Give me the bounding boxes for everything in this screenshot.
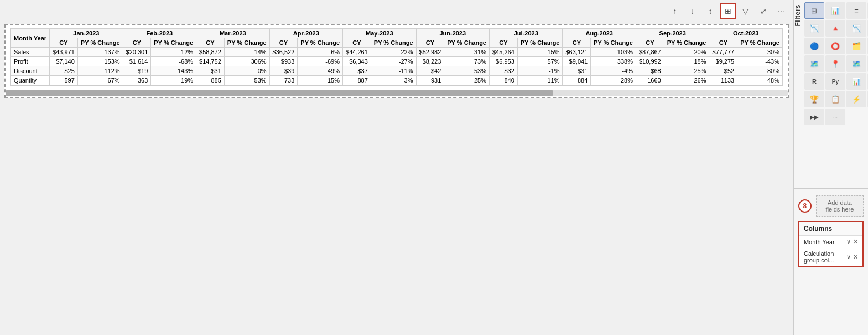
toolbar: 9 ↑ ↓ ↕ ⊞ ▽ ⤢ ···	[0, 0, 793, 22]
icon-row-2: 📉 🔺 📉 📈 📋 📋	[804, 20, 868, 37]
jul-cy-header: CY	[490, 38, 518, 48]
cell-py: 25%	[444, 76, 490, 85]
filters-tab[interactable]: Filters	[794, 0, 802, 188]
goals-icon[interactable]: 🏆	[804, 91, 824, 107]
cell-py: 49%	[298, 66, 343, 76]
row-label: Profit	[11, 57, 50, 66]
more-visuals-icon[interactable]: ···	[825, 109, 845, 125]
calc-group-chevron[interactable]: ∨	[846, 254, 851, 261]
forward-icon[interactable]: ▶▶	[804, 109, 824, 125]
cell-cy: 884	[563, 76, 591, 85]
columns-header: Columns	[799, 222, 862, 236]
toolbar-icons: ↑ ↓ ↕ ⊞ ▽ ⤢ ···	[667, 3, 789, 19]
month-year-remove[interactable]: ✕	[853, 238, 858, 245]
cell-cy: $32	[490, 66, 518, 76]
cell-py: 26%	[664, 76, 709, 85]
step-8-badge: 8	[798, 199, 812, 213]
data-table-container[interactable]: Month Year Jan-2023 Feb-2023 Mar-2023 Ap…	[10, 28, 783, 86]
cell-cy: $36,522	[269, 48, 298, 57]
data-table: Month Year Jan-2023 Feb-2023 Mar-2023 Ap…	[11, 28, 783, 85]
cell-py: -12%	[151, 48, 196, 57]
filter-button[interactable]: ▽	[738, 3, 753, 19]
jul-2023-header: Jul-2023	[490, 29, 563, 38]
cell-cy: $6,953	[490, 57, 518, 66]
jun-py-header: PY % Change	[444, 38, 490, 48]
map-icon[interactable]: 🗺️	[804, 55, 824, 72]
python-visual-icon[interactable]: Py	[825, 73, 845, 90]
key-influencers-icon[interactable]: 📊	[846, 73, 866, 90]
cell-py: 143%	[151, 66, 196, 76]
sort-desc-button[interactable]: ↓	[685, 3, 700, 19]
expand-button[interactable]: ⊞	[720, 3, 736, 19]
table-row: Profit$7,140153%$1,614-68%$14,752306%$93…	[11, 57, 783, 66]
power-apps-icon[interactable]: ⚡	[846, 91, 866, 107]
cell-py: 20%	[664, 48, 709, 57]
icon-row-1: ⊞ 📊 ≡ 📊 📊 📋	[804, 2, 868, 19]
cell-py: -27%	[371, 57, 416, 66]
pie-chart-icon[interactable]: 🔵	[804, 38, 824, 54]
cell-py: -68%	[151, 57, 196, 66]
table-row: Quantity59767%36319%88553%73315%8873%931…	[11, 76, 783, 85]
cell-cy: $25	[50, 66, 78, 76]
cell-py: -4%	[591, 66, 636, 76]
filters-label: Filters	[794, 4, 802, 27]
cell-cy: $45,264	[490, 48, 518, 57]
cell-py: 53%	[224, 76, 269, 85]
area-chart-icon[interactable]: 🔺	[825, 20, 845, 37]
horizontal-scrollbar[interactable]	[6, 90, 788, 96]
cell-py: 19%	[151, 76, 196, 85]
cell-cy: $31	[563, 66, 591, 76]
cell-cy: $1,614	[123, 57, 151, 66]
cell-cy: 885	[196, 76, 225, 85]
cell-py: 112%	[77, 66, 123, 76]
cell-py: -43%	[737, 57, 783, 66]
mar-2023-header: Mar-2023	[196, 29, 269, 38]
calc-group-remove[interactable]: ✕	[853, 254, 858, 261]
cell-cy: $20,301	[123, 48, 151, 57]
icon-row-7: ▶▶ ···	[804, 109, 868, 125]
r-visual-icon[interactable]: R	[804, 73, 824, 90]
filled-map-icon[interactable]: 📍	[825, 55, 845, 72]
cell-cy: $58,872	[196, 48, 225, 57]
ribbon-chart-icon[interactable]: 📉	[846, 20, 866, 37]
cell-cy: $31	[196, 66, 225, 76]
cell-cy: $87,867	[636, 48, 664, 57]
icon-row-4: 🗺️ 📍 🗺️ 🧮 🔷 ⬡	[804, 55, 868, 72]
add-fields-label: Add data fields here	[826, 199, 854, 213]
sort-asc-button[interactable]: ↑	[667, 3, 683, 19]
cell-py: 0%	[224, 66, 269, 76]
cell-cy: 931	[416, 76, 444, 85]
bar-chart-icon[interactable]: 📊	[825, 2, 845, 19]
table-row: Discount$25112%$19143%$310%$3949%$37-11%…	[11, 66, 783, 76]
sep-cy-header: CY	[636, 38, 664, 48]
shape-map-icon[interactable]: 🗺️	[846, 55, 866, 72]
oct-py-header: PY % Change	[737, 38, 783, 48]
cell-py: 25%	[664, 66, 709, 76]
stacked-bar-icon[interactable]: ≡	[846, 2, 866, 19]
line-chart-icon[interactable]: 📉	[804, 20, 824, 37]
table-icon[interactable]: ⊞	[804, 2, 824, 19]
more-options-button[interactable]: ···	[773, 3, 789, 19]
cell-cy: 1660	[636, 76, 664, 85]
cell-cy: $37	[343, 66, 371, 76]
cell-cy: $8,223	[416, 57, 444, 66]
treemap-icon[interactable]: 🗂️	[846, 38, 866, 54]
expand-out-button[interactable]: ⤢	[756, 3, 771, 19]
month-year-field-controls: ∨ ✕	[846, 238, 858, 245]
sort-both-button[interactable]: ↕	[703, 3, 718, 19]
add-fields-area[interactable]: Add data fields here	[816, 195, 864, 217]
metrics-icon[interactable]: 📋	[825, 91, 845, 107]
month-year-chevron[interactable]: ∨	[846, 238, 851, 245]
add-fields-row: 8 Add data fields here	[798, 193, 864, 219]
mar-py-header: PY % Change	[224, 38, 269, 48]
cell-cy: $77,777	[709, 48, 737, 57]
cell-py: 73%	[444, 57, 490, 66]
icon-row-6: 🏆 📋 ⚡ ⚡ 📍 🔷	[804, 91, 868, 107]
cell-py: 31%	[444, 48, 490, 57]
cell-py: 15%	[517, 48, 563, 57]
cell-py: 28%	[591, 76, 636, 85]
cell-py: -22%	[371, 48, 416, 57]
cell-py: -69%	[298, 57, 343, 66]
donut-chart-icon[interactable]: ⭕	[825, 38, 845, 54]
jun-2023-header: Jun-2023	[416, 29, 489, 38]
